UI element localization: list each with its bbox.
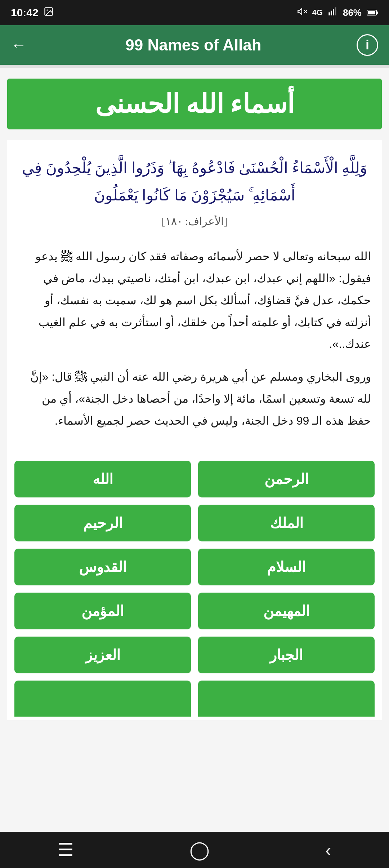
name-button-aziz[interactable]: العزيز <box>14 637 191 673</box>
name-button-mumin[interactable]: المؤمن <box>14 593 191 629</box>
name-button-malik[interactable]: الملك <box>198 505 375 541</box>
data-icon: 4G <box>312 8 323 17</box>
quran-reference: [الأعراف: ١٨٠] <box>18 215 371 227</box>
gallery-icon <box>44 6 54 19</box>
svg-rect-11 <box>377 12 378 14</box>
mute-icon <box>297 6 307 19</box>
info-icon: i <box>366 37 369 53</box>
app-header: ← 99 Names of Allah i <box>0 25 389 65</box>
status-bar: 10:42 4G 86% <box>0 0 389 25</box>
svg-point-1 <box>46 9 48 11</box>
arabic-title-banner: أسماء الله الحسنى <box>7 79 382 129</box>
name-button-quddus[interactable]: القدوس <box>14 549 191 585</box>
svg-rect-6 <box>331 10 332 15</box>
status-time: 10:42 <box>11 6 39 19</box>
bottom-nav: ☰ ◯ ‹ <box>0 832 389 868</box>
svg-rect-5 <box>328 12 330 15</box>
hadith-paragraph-2: وروى البخاري ومسلم عن أبي هريرة رضي الله… <box>18 366 371 431</box>
name-button-rahman[interactable]: الرحمن <box>198 461 375 497</box>
hadith-paragraph-1: الله سبحانه وتعالى لا حصر لأسمائه وصفاته… <box>18 245 371 355</box>
quran-verse-text: وَلِلَّهِ الْأَسْمَاءُ الْحُسْنَىٰ فَادْ… <box>18 155 371 209</box>
svg-rect-10 <box>368 11 375 14</box>
quran-verse-section: وَلِلَّهِ الْأَسْمَاءُ الْحُسْنَىٰ فَادْ… <box>7 140 382 235</box>
svg-rect-8 <box>335 7 336 15</box>
name-button-jabbar[interactable]: الجبار <box>198 637 375 673</box>
name-button-partial-2[interactable] <box>198 681 375 717</box>
main-content: الله سبحانه وتعالى لا حصر لأسمائه وصفاته… <box>7 235 382 453</box>
page-title: 99 Names of Allah <box>30 36 357 54</box>
svg-rect-7 <box>333 9 334 15</box>
signal-icon <box>328 6 338 19</box>
arabic-title-text: أسماء الله الحسنى <box>14 89 375 119</box>
names-grid: الله الرحمن الرحيم الملك القدوس السلام ا… <box>7 453 382 681</box>
battery-percentage: 86% <box>343 7 362 18</box>
name-button-rahim[interactable]: الرحيم <box>14 505 191 541</box>
info-button[interactable]: i <box>357 34 378 56</box>
partial-names-row <box>7 681 382 720</box>
name-button-allah[interactable]: الله <box>14 461 191 497</box>
home-circle-icon[interactable]: ◯ <box>189 840 210 860</box>
name-button-salam[interactable]: السلام <box>198 549 375 585</box>
menu-lines-icon[interactable]: ☰ <box>58 840 74 860</box>
bottom-spacer <box>0 720 389 756</box>
status-left: 10:42 <box>11 6 54 19</box>
battery-icon <box>367 7 378 18</box>
status-right: 4G 86% <box>297 6 378 19</box>
name-button-partial-1[interactable] <box>14 681 191 717</box>
back-arrow-icon[interactable]: ‹ <box>325 840 331 860</box>
back-button[interactable]: ← <box>11 37 27 53</box>
name-button-muhaymin[interactable]: المهيمن <box>198 593 375 629</box>
svg-marker-2 <box>298 8 302 14</box>
header-divider <box>0 65 389 68</box>
